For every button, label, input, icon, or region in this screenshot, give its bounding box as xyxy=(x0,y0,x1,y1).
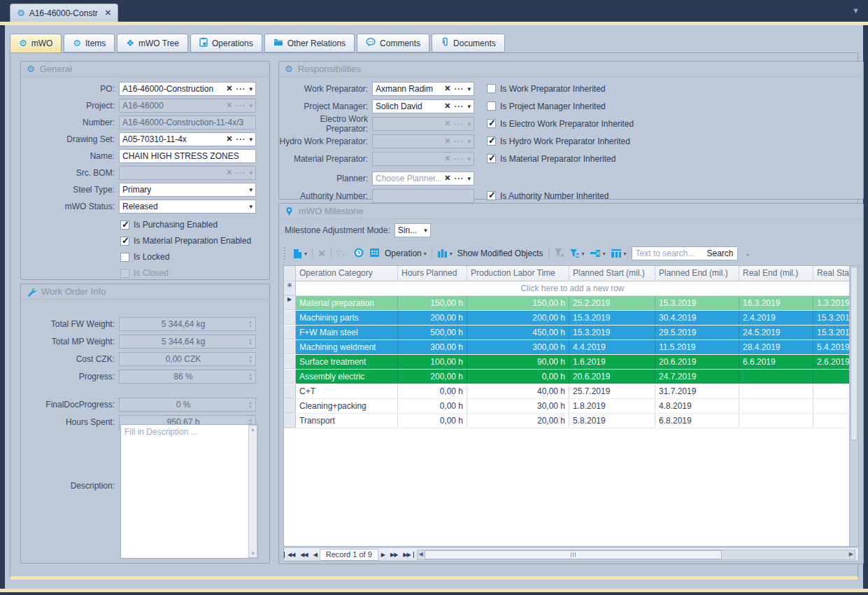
table-cell[interactable]: Cleaning+packing xyxy=(296,399,398,413)
column-header-4[interactable]: Planned Start (mil.) xyxy=(569,266,655,281)
spin-down-icon[interactable]: ▼ xyxy=(248,405,252,409)
table-cell[interactable]: 4.8.2019 xyxy=(655,399,739,413)
milestone-adjustment-combo[interactable]: Sin... ▾ xyxy=(394,223,431,237)
table-cell[interactable]: 100,00 h xyxy=(398,355,467,369)
horizontal-scrollbar-thumb[interactable] xyxy=(425,550,722,559)
table-cell[interactable]: 300,00 h xyxy=(467,340,569,354)
table-row[interactable]: Transport0,00 h20,00 h5.8.20196.8.2019 xyxy=(284,414,849,428)
prev-page-button[interactable]: ◀◀ xyxy=(297,552,310,558)
table-cell[interactable]: 30.4.2019 xyxy=(655,311,739,325)
clear-x-icon[interactable]: ✕ xyxy=(226,84,232,93)
toolbar-customize-button[interactable]: ⌄ xyxy=(743,248,753,259)
table-cell[interactable]: 25.2.2019 xyxy=(569,296,655,310)
table-cell[interactable]: 15.3.2019 xyxy=(813,326,849,340)
table-cell[interactable]: 30,00 h xyxy=(467,399,569,413)
spin-buttons[interactable]: ▲▼ xyxy=(246,355,252,363)
table-cell[interactable] xyxy=(813,414,849,428)
chevron-down-icon[interactable]: ▾ xyxy=(424,227,427,234)
grid-search-box[interactable]: Search xyxy=(632,246,738,260)
table-cell[interactable]: 24.7.2019 xyxy=(655,370,739,384)
scroll-down-icon[interactable]: ▼ xyxy=(250,551,255,556)
table-cell[interactable]: 6.8.2019 xyxy=(655,414,739,428)
chevron-down-icon[interactable]: ▾ xyxy=(304,251,307,257)
scroll-left-icon[interactable]: ◀ xyxy=(419,551,423,557)
table-cell[interactable] xyxy=(739,399,813,413)
table-cell[interactable]: 20.6.2019 xyxy=(569,370,655,384)
grid-horizontal-scrollbar[interactable]: ◀ ▶ xyxy=(417,550,855,560)
table-row[interactable]: Cleaning+packing0,00 h30,00 h1.8.20194.8… xyxy=(284,399,849,414)
table-row[interactable]: F+W Main steel500,00 h450,00 h15.3.20192… xyxy=(284,326,849,340)
table-cell[interactable] xyxy=(739,384,813,398)
ellipsis-icon[interactable]: ··· xyxy=(236,85,246,93)
field-editor[interactable]: A16-46000-Construction✕···▾ xyxy=(119,82,256,96)
table-cell[interactable]: 16.3.2019 xyxy=(739,296,813,310)
table-cell[interactable]: 450,00 h xyxy=(467,326,569,340)
table-row[interactable]: Machining weldment300,00 h300,00 h4.4.20… xyxy=(284,340,849,355)
table-cell[interactable]: 0,00 h xyxy=(398,414,467,428)
spin-down-icon[interactable]: ▼ xyxy=(248,342,252,346)
clear-x-icon[interactable]: ✕ xyxy=(226,134,232,144)
table-row[interactable]: Assembly electric200,00 h0,00 h20.6.2019… xyxy=(284,370,849,384)
table-cell[interactable]: Surface treatment xyxy=(296,355,398,369)
document-tab[interactable]: ⚙ A16-46000-Constr ✕ xyxy=(10,4,118,22)
table-cell[interactable]: 2.4.2019 xyxy=(739,311,813,325)
spin-buttons[interactable]: ▲▼ xyxy=(246,337,252,346)
table-cell[interactable]: 31.7.2019 xyxy=(655,384,739,398)
spin-buttons[interactable]: ▲▼ xyxy=(246,400,252,409)
checkbox[interactable] xyxy=(120,220,129,230)
ellipsis-icon[interactable]: ··· xyxy=(454,85,464,93)
tab-operations[interactable]: Operations xyxy=(190,34,262,52)
table-cell[interactable]: Machining weldment xyxy=(296,340,398,354)
checkbox[interactable] xyxy=(487,191,496,200)
table-cell[interactable]: 1.8.2019 xyxy=(569,399,655,413)
field-editor[interactable]: CHAIN HIGH STRESS ZONES xyxy=(119,149,256,163)
table-cell[interactable]: Transport xyxy=(296,414,398,428)
ellipsis-icon[interactable]: ··· xyxy=(454,174,464,183)
checkbox[interactable] xyxy=(487,154,496,163)
show-modified-objects-button[interactable]: Show Modified Objects xyxy=(457,248,543,258)
chevron-down-icon[interactable]: ▾ xyxy=(467,175,471,182)
table-cell[interactable]: 29.5.2019 xyxy=(655,326,739,340)
chevron-down-icon[interactable]: ▾ xyxy=(582,251,585,257)
checkbox-row[interactable]: Is Purchasing Enabled xyxy=(120,218,218,231)
table-cell[interactable]: 5.4.2019 xyxy=(813,340,849,354)
table-cell[interactable]: C+T xyxy=(296,384,398,398)
table-cell[interactable]: 200,00 h xyxy=(398,370,467,384)
clear-x-icon[interactable]: ✕ xyxy=(444,102,450,111)
field-editor[interactable]: Primary▾ xyxy=(119,183,256,197)
table-cell[interactable] xyxy=(739,414,813,428)
calendar-button[interactable] xyxy=(369,247,380,260)
table-cell[interactable] xyxy=(813,399,849,413)
table-cell[interactable]: 150,00 h xyxy=(467,296,569,310)
checkbox[interactable] xyxy=(487,84,496,93)
checkbox[interactable] xyxy=(487,119,496,128)
chevron-down-icon[interactable]: ▾ xyxy=(624,251,627,257)
checkbox-row[interactable]: Is Locked xyxy=(120,251,169,263)
table-row[interactable]: ▶Material preparation150,00 h150,00 h25.… xyxy=(284,296,849,311)
chevron-down-icon[interactable]: ▾ xyxy=(450,251,453,257)
last-record-button[interactable]: ▶▶ xyxy=(400,552,413,558)
table-cell[interactable]: Assembly electric xyxy=(296,370,398,384)
table-cell[interactable]: 150,00 h xyxy=(398,296,467,310)
scroll-up-icon[interactable]: ▲ xyxy=(250,427,255,432)
clear-x-icon[interactable]: ✕ xyxy=(444,84,450,93)
table-cell[interactable]: 5.8.2019 xyxy=(569,414,655,428)
chevron-down-icon[interactable]: ▾ xyxy=(249,85,252,92)
table-cell[interactable]: F+W Main steel xyxy=(296,326,398,340)
table-row[interactable]: Machining parts200,00 h200,00 h15.3.2019… xyxy=(284,311,849,326)
recalculate-clock-button[interactable] xyxy=(353,247,364,260)
checkbox[interactable] xyxy=(487,102,496,111)
table-cell[interactable]: 28.4.2019 xyxy=(739,340,813,354)
table-cell[interactable]: 15.3.2019 xyxy=(655,296,739,310)
chevron-down-icon[interactable]: ▾ xyxy=(467,103,471,110)
spin-editor[interactable]: 86 %▲▼ xyxy=(119,370,256,384)
checkbox[interactable] xyxy=(120,237,129,246)
scatter-dots-icon[interactable]: ∵∴ xyxy=(336,248,348,258)
table-cell[interactable] xyxy=(813,384,849,398)
tab-mwo-tree[interactable]: ❖mWO Tree xyxy=(117,34,188,52)
ellipsis-icon[interactable]: ··· xyxy=(236,135,246,144)
next-page-button[interactable]: ▶▶ xyxy=(387,552,400,558)
table-cell[interactable]: 15.3.2019 xyxy=(813,311,849,325)
column-header-1[interactable]: Operation Category xyxy=(296,266,398,281)
table-cell[interactable]: 20.6.2019 xyxy=(655,355,739,369)
